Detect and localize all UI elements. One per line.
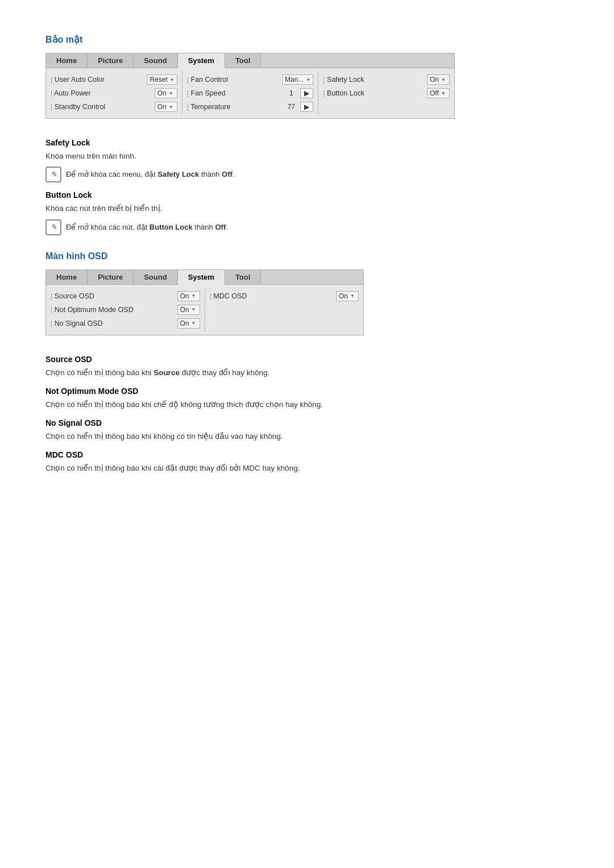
dropdown-standby-control[interactable]: On xyxy=(155,102,177,112)
button-lock-desc: Khóa các nút trên thiết bị hiển thị. xyxy=(45,203,569,214)
label-temperature: Temperature xyxy=(187,103,284,111)
source-osd-title: Source OSD xyxy=(45,355,569,364)
row-safety-lock: Safety Lock On xyxy=(323,73,450,86)
dropdown-safety-lock[interactable]: On xyxy=(427,74,450,85)
tab-tool-1[interactable]: Tool xyxy=(225,53,261,68)
bao-mat-col-1: User Auto Color Reset Auto Power On Stan… xyxy=(46,72,182,115)
label-safety-lock: Safety Lock xyxy=(323,76,427,84)
mdc-osd-title: MDC OSD xyxy=(45,450,569,459)
dropdown-auto-power[interactable]: On xyxy=(155,88,177,98)
note-icon-2: ✎ xyxy=(45,219,61,235)
fan-speed-value: 1 xyxy=(283,89,299,98)
value-not-optimum-osd: On xyxy=(177,305,200,315)
mdc-osd-desc: Chọn có hiển thị thông báo khi cài đặt đ… xyxy=(45,463,569,474)
row-standby-control: Standby Control On xyxy=(51,100,177,114)
source-osd-subsection: Source OSD Chọn có hiển thị thông báo kh… xyxy=(45,355,569,379)
no-signal-osd-title: No Signal OSD xyxy=(45,418,569,427)
row-user-auto-color: User Auto Color Reset xyxy=(51,73,177,86)
dropdown-no-signal-osd[interactable]: On xyxy=(177,318,200,329)
button-lock-subsection: Button Lock Khóa các nút trên thiết bị h… xyxy=(45,190,569,235)
value-standby-control: On xyxy=(155,102,177,112)
label-user-auto-color: User Auto Color xyxy=(51,76,147,84)
tab-sound-2[interactable]: Sound xyxy=(134,270,177,284)
bao-mat-title: Bảo mật xyxy=(45,34,569,45)
label-button-lock: Button Lock xyxy=(323,89,427,97)
button-lock-note-text: Để mở khóa các nút, đặt Button Lock thàn… xyxy=(66,219,228,233)
value-safety-lock: On xyxy=(427,74,450,85)
button-lock-title: Button Lock xyxy=(45,190,569,200)
safety-lock-subsection: Safety Lock Khóa menu trên màn hình. ✎ Đ… xyxy=(45,138,569,182)
temperature-value: 77 xyxy=(283,102,299,111)
bao-mat-col-2: Fan Control Man... Fan Speed 1 ▶ Tempera… xyxy=(182,72,319,115)
value-mdc-osd: On xyxy=(336,291,359,301)
safety-lock-title: Safety Lock xyxy=(45,138,569,147)
osd-col-2: MDC OSD On xyxy=(205,288,364,331)
value-fan-speed: 1 ▶ xyxy=(283,88,313,98)
bao-mat-col-3: Safety Lock On Button Lock Off xyxy=(318,72,454,115)
row-fan-control: Fan Control Man... xyxy=(187,73,314,86)
row-source-osd: Source OSD On xyxy=(51,289,200,303)
tab-system-2[interactable]: System xyxy=(178,270,225,285)
osd-tab-bar: Home Picture Sound System Tool xyxy=(46,270,363,285)
value-temperature: 77 ▶ xyxy=(283,102,313,112)
dropdown-source-osd[interactable]: On xyxy=(177,291,200,301)
value-source-osd: On xyxy=(177,291,200,301)
row-mdc-osd: MDC OSD On xyxy=(210,289,359,303)
osd-col-1: Source OSD On Not Optimum Mode OSD On No… xyxy=(46,288,205,331)
value-no-signal-osd: On xyxy=(177,318,200,329)
value-user-auto-color: Reset xyxy=(147,74,177,85)
bao-mat-section: Bảo mật Home Picture Sound System Tool U… xyxy=(45,34,569,235)
safety-lock-note: ✎ Để mở khóa các menu, đặt Safety Lock t… xyxy=(45,167,569,182)
man-hinh-osd-section: Màn hình OSD Home Picture Sound System T… xyxy=(45,251,569,475)
value-button-lock: Off xyxy=(427,88,450,98)
label-not-optimum-osd: Not Optimum Mode OSD xyxy=(51,306,177,314)
label-auto-power: Auto Power xyxy=(51,89,155,97)
tab-home-2[interactable]: Home xyxy=(46,270,88,284)
dropdown-fan-control[interactable]: Man... xyxy=(282,74,313,85)
temperature-nav-right[interactable]: ▶ xyxy=(300,102,313,112)
mdc-osd-subsection: MDC OSD Chọn có hiển thị thông báo khi c… xyxy=(45,450,569,474)
not-optimum-osd-desc: Chọn có hiển thị thông báo khi chế độ kh… xyxy=(45,399,569,410)
tab-tool-2[interactable]: Tool xyxy=(225,270,261,284)
button-lock-note: ✎ Để mở khóa các nút, đặt Button Lock th… xyxy=(45,219,569,235)
source-osd-desc: Chọn có hiển thị thông báo khi Source đư… xyxy=(45,367,569,379)
dropdown-mdc-osd[interactable]: On xyxy=(336,291,359,301)
row-auto-power: Auto Power On xyxy=(51,86,177,100)
safety-lock-note-text: Để mở khóa các menu, đặt Safety Lock thà… xyxy=(66,167,234,180)
label-fan-control: Fan Control xyxy=(187,76,282,84)
tab-sound-1[interactable]: Sound xyxy=(134,53,177,68)
value-fan-control: Man... xyxy=(282,74,313,85)
row-not-optimum-osd: Not Optimum Mode OSD On xyxy=(51,303,200,317)
safety-lock-desc: Khóa menu trên màn hình. xyxy=(45,151,569,162)
not-optimum-osd-subsection: Not Optimum Mode OSD Chọn có hiển thị th… xyxy=(45,387,569,410)
no-signal-osd-subsection: No Signal OSD Chọn có hiển thị thông báo… xyxy=(45,418,569,442)
tab-home-1[interactable]: Home xyxy=(46,53,88,68)
tab-picture-1[interactable]: Picture xyxy=(88,53,134,68)
value-auto-power: On xyxy=(155,88,177,98)
osd-menu-body: Source OSD On Not Optimum Mode OSD On No… xyxy=(46,285,363,335)
bao-mat-menu-body: User Auto Color Reset Auto Power On Stan… xyxy=(46,68,454,118)
label-no-signal-osd: No Signal OSD xyxy=(51,319,177,327)
dropdown-user-auto-color[interactable]: Reset xyxy=(147,74,177,85)
label-source-osd: Source OSD xyxy=(51,292,177,300)
tab-picture-2[interactable]: Picture xyxy=(88,270,134,284)
label-fan-speed: Fan Speed xyxy=(187,89,284,97)
row-temperature: Temperature 77 ▶ xyxy=(187,100,314,114)
row-no-signal-osd: No Signal OSD On xyxy=(51,317,200,330)
not-optimum-osd-title: Not Optimum Mode OSD xyxy=(45,387,569,396)
bao-mat-tab-bar: Home Picture Sound System Tool xyxy=(46,53,454,68)
row-fan-speed: Fan Speed 1 ▶ xyxy=(187,86,314,100)
note-icon-1: ✎ xyxy=(45,167,61,182)
fan-speed-nav-right[interactable]: ▶ xyxy=(300,88,313,98)
dropdown-not-optimum-osd[interactable]: On xyxy=(177,305,200,315)
label-mdc-osd: MDC OSD xyxy=(210,292,337,300)
osd-menu-table: Home Picture Sound System Tool Source OS… xyxy=(45,269,364,335)
label-standby-control: Standby Control xyxy=(51,103,155,111)
row-button-lock: Button Lock Off xyxy=(323,86,450,100)
tab-system-1[interactable]: System xyxy=(178,53,225,68)
dropdown-button-lock[interactable]: Off xyxy=(427,88,450,98)
bao-mat-menu-table: Home Picture Sound System Tool User Auto… xyxy=(45,53,455,119)
man-hinh-osd-title: Màn hình OSD xyxy=(45,251,569,261)
no-signal-osd-desc: Chọn có hiển thị thông báo khi không có … xyxy=(45,431,569,442)
